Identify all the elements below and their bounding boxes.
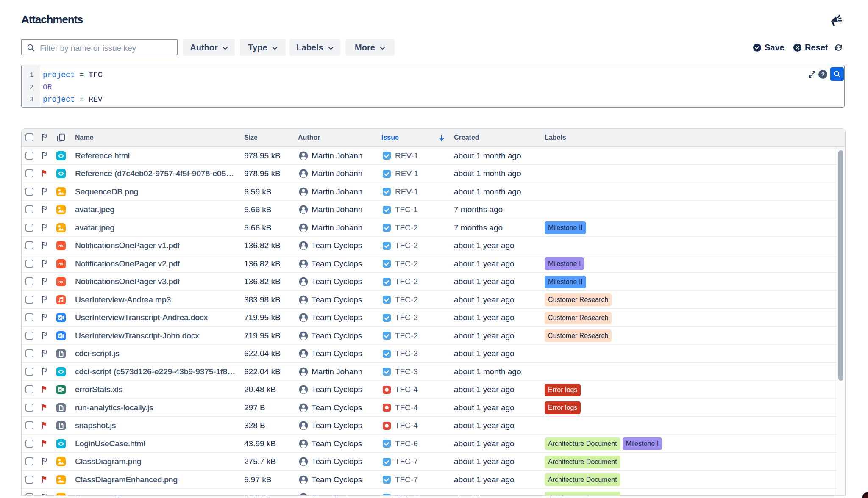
svg-text:PDF: PDF (58, 262, 64, 266)
svg-text:X: X (59, 388, 61, 392)
svg-text:W: W (58, 334, 62, 338)
svg-text:W: W (58, 316, 62, 320)
svg-text:?: ? (821, 71, 824, 77)
svg-text:PDF: PDF (58, 244, 64, 248)
svg-text:PDF: PDF (58, 280, 64, 284)
